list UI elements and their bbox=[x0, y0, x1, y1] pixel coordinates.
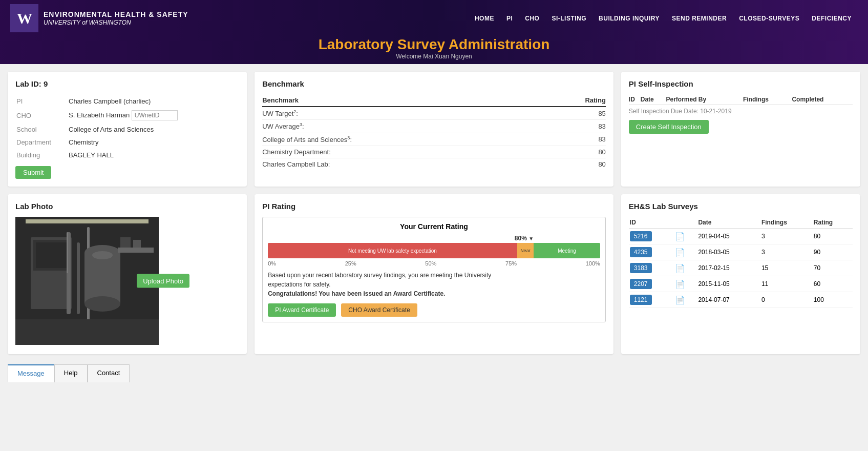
ehs-id-cell: 3183 bbox=[629, 260, 674, 276]
rating-bar-container: Not meeting UW lab safety expectation Ne… bbox=[268, 243, 600, 258]
rating-scale: 0% 25% 50% 75% 100% bbox=[268, 260, 600, 266]
pi-award-certificate-button[interactable]: PI Award Certificate bbox=[268, 303, 336, 317]
pi-self-inspection-card: PI Self-Inspection ID Date Performed By … bbox=[621, 72, 860, 187]
nav-deficiency[interactable]: DEFICIENCY bbox=[806, 12, 858, 25]
bottom-tabs: Message Help Contact bbox=[0, 364, 868, 382]
ehs-findings-cell: 3 bbox=[760, 244, 813, 260]
building-label: Building bbox=[16, 149, 68, 161]
benchmark-table: Benchmark Rating UW Target2:85UW Average… bbox=[262, 94, 606, 170]
cho-award-certificate-button[interactable]: CHO Award Certificate bbox=[341, 303, 417, 317]
benchmark-label: UW Average3: bbox=[262, 120, 541, 133]
table-row: 2207 📄 2015-11-05 11 60 bbox=[629, 276, 853, 292]
svg-point-12 bbox=[84, 296, 120, 312]
table-row: Building BAGLEY HALL bbox=[16, 149, 238, 161]
pdf-icon[interactable]: 📄 bbox=[675, 264, 685, 273]
rating-buttons: PI Award Certificate CHO Award Certifica… bbox=[268, 303, 600, 317]
cho-uwnetid-input[interactable] bbox=[132, 110, 178, 120]
rating-bar: Not meeting UW lab safety expectation Ne… bbox=[268, 243, 600, 258]
uw-logo: W bbox=[10, 4, 38, 32]
tab-contact[interactable]: Contact bbox=[88, 364, 130, 382]
rating-description: Based upon your recent laboratory survey… bbox=[268, 271, 600, 298]
school-label: School bbox=[16, 124, 68, 135]
table-row: UW Average3:83 bbox=[262, 120, 606, 133]
pi-rating-card: PI Rating Your Current Rating 80% ▼ Not … bbox=[255, 194, 613, 354]
department-label: Department bbox=[16, 136, 68, 148]
pi-col-date: Date bbox=[641, 94, 666, 105]
ehs-id-cell: 1121 bbox=[629, 292, 674, 308]
ehs-findings-cell: 11 bbox=[760, 276, 813, 292]
pdf-icon[interactable]: 📄 bbox=[675, 280, 685, 289]
lab-id-title: Lab ID: 9 bbox=[15, 79, 239, 88]
ehs-col-findings: Findings bbox=[760, 217, 813, 229]
benchmark-label: College of Arts and Sciences3: bbox=[262, 133, 541, 146]
create-self-inspection-button[interactable]: Create Self Inspection bbox=[629, 120, 709, 134]
pi-table: ID Date Performed By Findings Completed bbox=[629, 94, 853, 105]
benchmark-col2: Rating bbox=[541, 94, 606, 107]
bar-yellow: Near bbox=[517, 243, 534, 258]
table-row: PI Charles Campbell (charliec) bbox=[16, 95, 238, 107]
pi-label: PI bbox=[16, 95, 68, 107]
benchmark-value: 83 bbox=[541, 120, 606, 133]
ehs-findings-cell: 15 bbox=[760, 260, 813, 276]
pdf-icon[interactable]: 📄 bbox=[675, 296, 685, 304]
rating-chart-title: Your Current Rating bbox=[268, 222, 600, 231]
survey-id-button[interactable]: 3183 bbox=[630, 263, 652, 273]
table-row: Charles Campbell Lab:80 bbox=[262, 158, 606, 170]
ehs-pdf-cell: 📄 bbox=[674, 276, 697, 292]
tab-help[interactable]: Help bbox=[54, 364, 88, 382]
pi-due-date: Self Inspection Due Date: 10-21-2019 bbox=[629, 108, 853, 115]
ehs-rating-cell: 100 bbox=[813, 292, 853, 308]
upload-photo-button[interactable]: Upload Photo bbox=[137, 274, 189, 288]
ehs-surveys-table: ID Date Findings Rating 5216 📄 2019-04-0… bbox=[629, 217, 853, 308]
table-row: College of Arts and Sciences3:83 bbox=[262, 133, 606, 146]
nav-building-inquiry[interactable]: BUILDING INQUIRY bbox=[592, 12, 666, 25]
table-row: Chemistry Department:80 bbox=[262, 146, 606, 158]
svg-rect-14 bbox=[120, 237, 131, 248]
rating-box: Your Current Rating 80% ▼ Not meeting UW… bbox=[262, 217, 606, 322]
table-row: CHO S. Elizabeth Harman bbox=[16, 108, 238, 122]
pdf-icon[interactable]: 📄 bbox=[675, 232, 685, 241]
nav-home[interactable]: HOME bbox=[469, 12, 500, 25]
ehs-pdf-cell: 📄 bbox=[674, 260, 697, 276]
lab-photo-container: Upload Photo bbox=[15, 217, 159, 345]
pi-col-id: ID bbox=[629, 94, 641, 105]
building-value: BAGLEY HALL bbox=[69, 149, 238, 161]
pi-col-performed-by: Performed By bbox=[666, 94, 743, 105]
benchmark-col1: Benchmark bbox=[262, 94, 541, 107]
ehs-findings-cell: 3 bbox=[760, 229, 813, 244]
submit-button[interactable]: Submit bbox=[15, 166, 51, 179]
benchmark-label: UW Target2: bbox=[262, 107, 541, 120]
svg-rect-13 bbox=[118, 248, 154, 253]
cho-value: S. Elizabeth Harman bbox=[69, 108, 238, 122]
ehs-date-cell: 2017-02-15 bbox=[697, 260, 760, 276]
ehs-col-id: ID bbox=[629, 217, 674, 229]
survey-id-button[interactable]: 5216 bbox=[630, 231, 652, 241]
nav-send-reminder[interactable]: SEND REMINDER bbox=[666, 12, 733, 25]
nav-si-listing[interactable]: SI-LISTING bbox=[545, 12, 592, 25]
benchmark-value: 85 bbox=[541, 107, 606, 120]
survey-id-button[interactable]: 4235 bbox=[630, 247, 652, 257]
welcome-message: Welcome Mai Xuan Nguyen bbox=[0, 53, 868, 60]
lab-photo-title: Lab Photo bbox=[15, 202, 239, 211]
ehs-rating-cell: 80 bbox=[813, 229, 853, 244]
ehs-col-rating: Rating bbox=[813, 217, 853, 229]
ehs-rating-cell: 60 bbox=[813, 276, 853, 292]
ehs-date-cell: 2018-03-05 bbox=[697, 244, 760, 260]
svg-rect-3 bbox=[26, 219, 149, 223]
nav-cho[interactable]: CHO bbox=[519, 12, 545, 25]
pdf-icon[interactable]: 📄 bbox=[675, 248, 685, 257]
survey-id-button[interactable]: 2207 bbox=[630, 279, 652, 289]
ehs-pdf-cell: 📄 bbox=[674, 229, 697, 244]
table-row: 4235 📄 2018-03-05 3 90 bbox=[629, 244, 853, 260]
ehs-date-cell: 2015-11-05 bbox=[697, 276, 760, 292]
benchmark-card: Benchmark Benchmark Rating UW Target2:85… bbox=[255, 72, 613, 187]
tab-message[interactable]: Message bbox=[8, 364, 54, 382]
nav-closed-surveys[interactable]: CLOSED-SURVEYS bbox=[733, 12, 806, 25]
survey-id-button[interactable]: 1121 bbox=[630, 295, 652, 305]
benchmark-value: 83 bbox=[541, 133, 606, 146]
nav-pi[interactable]: PI bbox=[500, 12, 519, 25]
cho-label: CHO bbox=[16, 108, 68, 122]
svg-rect-8 bbox=[77, 242, 80, 314]
header-title: Laboratory Survey Administration Welcome… bbox=[0, 36, 868, 64]
lab-info-table: PI Charles Campbell (charliec) CHO S. El… bbox=[15, 94, 239, 162]
